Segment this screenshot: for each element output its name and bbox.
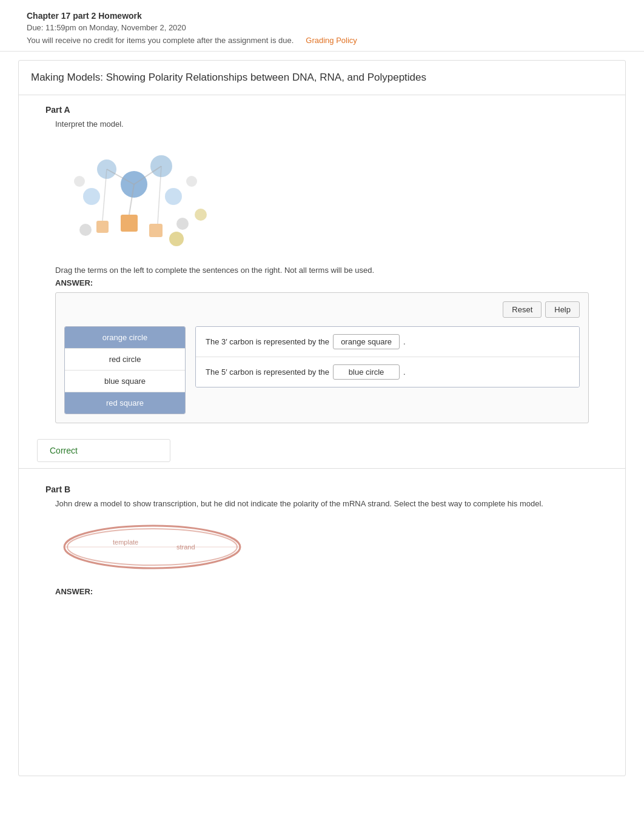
answer-box-a: Reset Help orange circle red circle blue… — [55, 292, 589, 423]
drop-target-2[interactable]: blue circle — [333, 364, 400, 380]
part-b-content: John drew a model to show transcription,… — [19, 499, 625, 606]
section-title: Making Models: Showing Polarity Relation… — [19, 61, 625, 95]
term-orange-circle[interactable]: orange circle — [65, 327, 185, 349]
svg-point-17 — [169, 232, 184, 246]
svg-point-13 — [176, 218, 189, 230]
page-header: Chapter 17 part 2 Homework Due: 11:59pm … — [0, 0, 644, 52]
sentence-1-suffix: . — [403, 337, 406, 346]
transcription-model-svg: template strand — [55, 517, 249, 577]
section-card: Making Models: Showing Polarity Relation… — [18, 60, 626, 776]
term-blue-square[interactable]: blue square — [65, 371, 185, 392]
drag-drop-area: orange circle red circle blue square red… — [64, 326, 580, 414]
svg-rect-5 — [121, 215, 138, 232]
svg-text:template: template — [113, 538, 138, 546]
answer-label-a: ANSWER: — [55, 278, 589, 287]
correct-label: Correct — [50, 446, 78, 455]
due-date: Due: 11:59pm on Monday, November 2, 2020 — [27, 23, 617, 32]
dna-model-image — [55, 136, 213, 257]
reset-help-row: Reset Help — [64, 301, 580, 318]
part-a-label: Part A — [19, 105, 625, 119]
no-credit-notice: You will receive no credit for items you… — [27, 36, 293, 45]
no-credit-row: You will receive no credit for items you… — [27, 36, 617, 45]
drop-target-1[interactable]: orange square — [333, 334, 400, 349]
reset-button[interactable]: Reset — [503, 301, 542, 318]
sentence-row-1: The 3′ carbon is represented by the oran… — [196, 327, 579, 357]
term-red-circle[interactable]: red circle — [65, 349, 185, 371]
svg-point-15 — [186, 176, 197, 187]
sentence-2-prefix: The 5′ carbon is represented by the — [206, 367, 329, 377]
svg-rect-7 — [96, 221, 109, 233]
correct-banner: Correct — [37, 439, 607, 462]
part-a-content: Interpret the model. — [19, 119, 625, 433]
svg-point-18 — [195, 209, 207, 221]
term-red-square[interactable]: red square — [65, 392, 185, 414]
svg-rect-6 — [149, 224, 163, 237]
part-b-label: Part B — [19, 485, 625, 499]
svg-point-4 — [83, 188, 100, 205]
part-divider — [19, 468, 625, 469]
part-b-container: Part B John drew a model to show transcr… — [19, 475, 625, 606]
sentence-row-2: The 5′ carbon is represented by the blue… — [196, 357, 579, 387]
correct-box: Correct — [37, 439, 170, 462]
grading-policy-link[interactable]: Grading Policy — [306, 36, 357, 45]
assignment-title: Chapter 17 part 2 Homework — [27, 11, 617, 21]
dna-model-svg — [55, 136, 213, 257]
help-button[interactable]: Help — [545, 301, 580, 318]
part-a-instruction: Interpret the model. — [55, 119, 589, 129]
term-bank: orange circle red circle blue square red… — [64, 326, 186, 414]
part-b-instruction: John drew a model to show transcription,… — [55, 499, 589, 508]
bottom-padding — [19, 606, 625, 776]
sentence-2-suffix: . — [403, 367, 406, 377]
drag-instruction: Drag the terms on the left to complete t… — [55, 266, 589, 275]
sentence-area: The 3′ carbon is represented by the oran… — [195, 326, 580, 387]
transcription-model-image: template strand — [55, 517, 249, 577]
svg-point-14 — [79, 224, 92, 236]
svg-point-16 — [74, 176, 85, 187]
sentence-1-prefix: The 3′ carbon is represented by the — [206, 337, 329, 346]
answer-label-b: ANSWER: — [55, 587, 589, 596]
svg-point-3 — [165, 188, 182, 205]
part-a-container: Part A Interpret the model. — [19, 95, 625, 462]
